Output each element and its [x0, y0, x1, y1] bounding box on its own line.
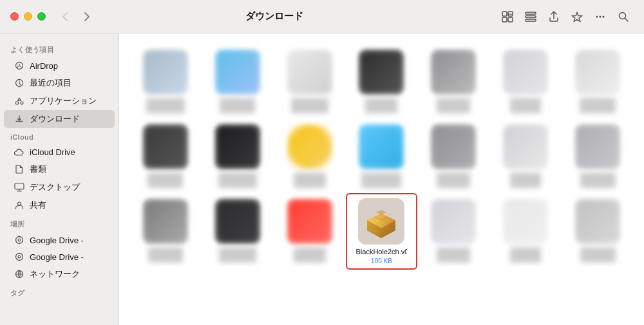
view-options-button[interactable]	[520, 6, 541, 27]
sidebar-item-recents[interactable]: 最近の項目	[4, 74, 115, 92]
tag-button[interactable]	[567, 6, 587, 27]
file-item[interactable]	[417, 118, 489, 193]
file-thumbnail	[430, 198, 477, 245]
file-thumbnail	[142, 198, 189, 245]
sidebar-item-label: 書類	[30, 163, 46, 175]
file-name	[510, 98, 541, 113]
minimize-button[interactable]	[24, 12, 32, 21]
file-thumbnail	[358, 198, 404, 245]
file-name	[220, 98, 255, 113]
more-options-button[interactable]	[590, 6, 611, 27]
file-item[interactable]	[346, 44, 418, 118]
sidebar-item-label: デスクトップ	[30, 181, 80, 193]
file-thumbnail	[574, 124, 621, 170]
sidebar-item-label: 共有	[30, 200, 46, 211]
sidebar-item-applications[interactable]: アプリケーション	[4, 92, 115, 110]
sidebar-section-icloud: iCloud	[0, 128, 118, 144]
clock-icon	[14, 78, 24, 88]
airdrop-icon	[14, 60, 24, 71]
file-name	[219, 247, 256, 263]
file-item[interactable]	[129, 118, 202, 193]
file-name	[361, 172, 401, 188]
file-name	[294, 172, 326, 188]
file-item[interactable]	[202, 44, 274, 118]
file-item[interactable]	[489, 118, 562, 193]
file-name	[580, 172, 616, 188]
file-item[interactable]	[346, 118, 418, 193]
file-thumbnail	[214, 49, 261, 95]
file-item[interactable]	[129, 44, 202, 118]
drive-icon	[14, 235, 24, 245]
svg-point-8	[600, 15, 601, 17]
file-item[interactable]	[562, 44, 634, 118]
sidebar-item-documents[interactable]: 書類	[4, 160, 115, 178]
file-item[interactable]	[274, 44, 346, 118]
share-button[interactable]	[544, 6, 564, 27]
sidebar-item-label: 最近の項目	[30, 77, 71, 89]
sidebar-item-google1[interactable]: Google Drive -	[4, 232, 115, 248]
file-item[interactable]	[129, 193, 202, 270]
svg-rect-14	[16, 102, 19, 104]
window-title: ダウンロード	[51, 10, 497, 23]
sidebar-item-icloud-drive[interactable]: iCloud Drive	[4, 144, 115, 160]
file-thumbnail	[430, 49, 477, 95]
sidebar-item-shared[interactable]: 共有	[4, 196, 115, 214]
view-grid-button[interactable]	[497, 6, 518, 27]
file-name	[147, 172, 183, 188]
file-name	[365, 98, 397, 113]
file-thumbnail	[214, 124, 261, 170]
sidebar-item-desktop[interactable]: デスクトップ	[4, 178, 115, 196]
file-area: BlackHole2ch.v0.5.0.pkg 100 KB	[119, 33, 644, 325]
svg-point-20	[16, 254, 23, 261]
file-item[interactable]	[417, 193, 489, 270]
file-grid: BlackHole2ch.v0.5.0.pkg 100 KB	[119, 33, 644, 280]
sidebar: よく使う項目 AirDrop 最近の項目	[0, 33, 119, 325]
sidebar-item-google2[interactable]: Google Drive -	[4, 248, 115, 265]
file-item[interactable]	[562, 193, 634, 270]
file-item[interactable]	[489, 193, 562, 270]
file-item[interactable]	[202, 193, 274, 270]
sidebar-item-airdrop[interactable]: AirDrop	[4, 57, 115, 74]
file-thumbnail	[430, 124, 477, 170]
svg-point-7	[596, 15, 598, 17]
file-item[interactable]	[202, 118, 274, 193]
close-button[interactable]	[10, 12, 19, 21]
doc-icon	[14, 164, 24, 174]
shared-icon	[14, 200, 24, 210]
search-button[interactable]	[613, 6, 634, 27]
file-item[interactable]	[274, 193, 346, 270]
svg-point-21	[18, 255, 21, 258]
sidebar-item-network[interactable]: ネットワーク	[4, 265, 115, 283]
traffic-lights	[10, 12, 46, 21]
sidebar-item-downloads[interactable]: ダウンロード	[4, 110, 115, 128]
svg-rect-5	[526, 15, 536, 17]
svg-point-19	[18, 239, 21, 241]
file-name	[294, 247, 326, 263]
sidebar-item-label: ネットワーク	[30, 268, 80, 280]
file-thumbnail	[574, 49, 621, 95]
svg-rect-0	[502, 12, 507, 16]
sidebar-item-label: AirDrop	[30, 61, 58, 71]
svg-rect-16	[15, 183, 24, 189]
sidebar-item-label: アプリケーション	[30, 95, 97, 107]
selected-file-item[interactable]: BlackHole2ch.v0.5.0.pkg 100 KB	[346, 193, 418, 270]
maximize-button[interactable]	[37, 12, 46, 21]
file-item[interactable]	[417, 44, 489, 118]
file-name	[146, 98, 185, 113]
file-item[interactable]	[489, 44, 562, 118]
sidebar-section-favorites: よく使う項目	[0, 40, 118, 57]
download-icon	[14, 114, 24, 124]
file-item[interactable]	[274, 118, 346, 193]
file-thumbnail	[214, 198, 261, 245]
file-thumbnail	[287, 124, 333, 170]
file-name	[510, 247, 541, 263]
file-item[interactable]	[562, 118, 634, 193]
file-name	[580, 98, 616, 113]
file-name	[580, 247, 616, 263]
svg-point-17	[18, 202, 21, 205]
file-name	[510, 172, 541, 188]
sidebar-item-label: Google Drive -	[30, 252, 84, 262]
sidebar-section-places: 場所	[0, 214, 118, 232]
svg-point-9	[603, 15, 605, 17]
sidebar-item-label: iCloud Drive	[30, 147, 75, 157]
